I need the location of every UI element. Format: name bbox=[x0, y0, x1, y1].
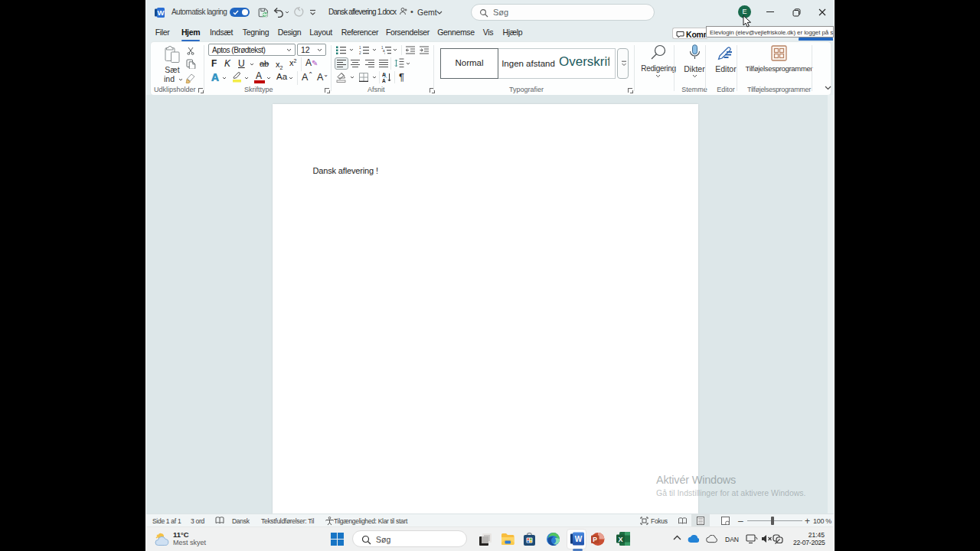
svg-text:W: W bbox=[575, 535, 583, 543]
svg-text:W: W bbox=[158, 8, 165, 17]
svg-text:2: 2 bbox=[359, 51, 361, 54]
svg-text:A: A bbox=[382, 78, 386, 83]
svg-text:P: P bbox=[593, 536, 597, 543]
svg-text:i: i bbox=[384, 51, 385, 54]
svg-text:X: X bbox=[618, 536, 622, 543]
svg-text:1: 1 bbox=[359, 46, 361, 50]
